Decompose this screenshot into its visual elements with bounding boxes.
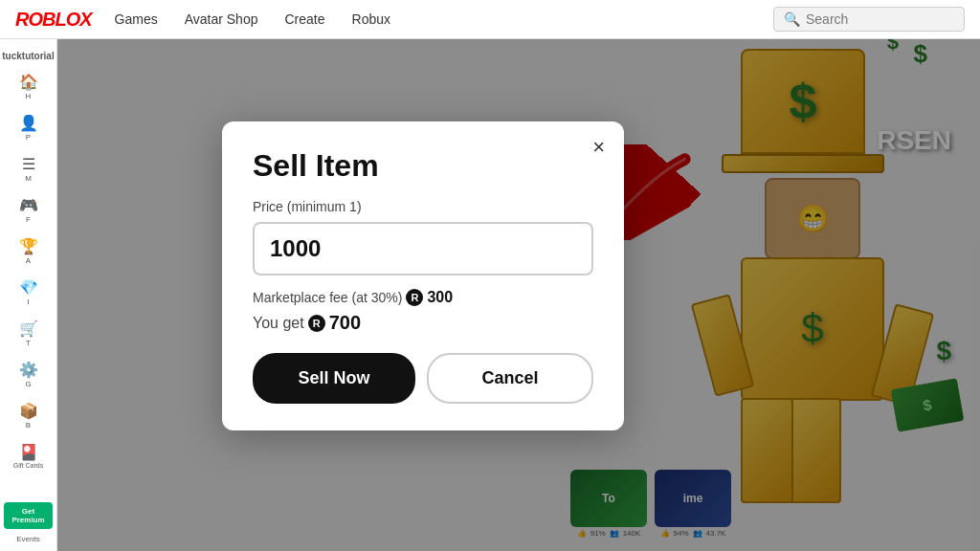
sidebar-item-friends[interactable]: 🎮 F xyxy=(0,192,56,230)
sidebar-item-trade[interactable]: 🛒 T xyxy=(0,316,56,353)
nav-avatar-shop[interactable]: Avatar Shop xyxy=(185,11,258,27)
sidebar-item-avatar[interactable]: 🏆 A xyxy=(0,233,56,271)
marketplace-fee: Marketplace fee (at 30%) R 300 xyxy=(253,289,593,306)
sidebar-item-home[interactable]: 🏠 H xyxy=(0,69,56,106)
nav-links: Games Avatar Shop Create Robux xyxy=(115,11,773,27)
search-input[interactable] xyxy=(806,11,954,27)
nav-create[interactable]: Create xyxy=(284,11,324,27)
sidebar-item-gift-cards[interactable]: 🎴 Gift Cards xyxy=(0,439,56,474)
groups-icon: ⚙️ xyxy=(19,363,38,378)
price-input[interactable] xyxy=(253,222,593,276)
sidebar-gift-label: Gift Cards xyxy=(13,462,44,469)
main-content: $ $ $ 😁 $ $ $ xyxy=(57,39,980,551)
messages-icon: ☰ xyxy=(22,157,35,172)
you-get-amount: 700 xyxy=(329,312,361,334)
sidebar-friends-label: F xyxy=(26,215,31,224)
sell-now-button[interactable]: Sell Now xyxy=(253,353,415,404)
modal-title: Sell Item xyxy=(253,148,593,184)
sidebar-username: tucktutorial xyxy=(0,47,56,65)
you-get-label: You get xyxy=(253,315,304,332)
sidebar-item-messages[interactable]: ☰ M xyxy=(0,151,56,188)
sidebar-msg-label: M xyxy=(25,174,32,183)
sidebar-home-label: H xyxy=(26,92,32,100)
sidebar: tucktutorial 🏠 H 👤 P ☰ M 🎮 F 🏆 A 💎 I 🛒 T xyxy=(0,39,57,551)
sidebar-item-inventory[interactable]: 💎 I xyxy=(0,275,56,312)
sidebar-item-groups[interactable]: ⚙️ G xyxy=(0,357,56,394)
sell-item-modal: × Sell Item Price (minimum 1) Marketplac… xyxy=(222,121,624,430)
modal-overlay: × Sell Item Price (minimum 1) Marketplac… xyxy=(57,39,980,551)
robux-icon-youget: R xyxy=(308,315,325,332)
search-icon: 🔍 xyxy=(784,11,800,27)
sidebar-trade-label: T xyxy=(26,339,31,347)
inventory-icon: 💎 xyxy=(19,280,38,296)
cancel-button[interactable]: Cancel xyxy=(427,353,593,404)
sidebar-groups-label: G xyxy=(25,380,31,388)
home-icon: 🏠 xyxy=(19,75,38,90)
fee-amount: 300 xyxy=(427,289,453,306)
nav-robux[interactable]: Robux xyxy=(352,11,390,27)
avatar-icon: 🏆 xyxy=(19,239,38,254)
sidebar-inv-label: I xyxy=(27,298,29,306)
gift-icon: 🎴 xyxy=(19,445,38,460)
sidebar-profile-label: P xyxy=(26,133,31,142)
price-label: Price (minimum 1) xyxy=(253,199,593,214)
navbar: ROBLOX Games Avatar Shop Create Robux 🔍 xyxy=(0,0,980,39)
premium-button[interactable]: Get Premium xyxy=(4,502,53,529)
sidebar-blog-label: B xyxy=(26,421,31,430)
events-label: Events xyxy=(4,535,53,543)
trade-icon: 🛒 xyxy=(19,321,38,337)
main-area: tucktutorial 🏠 H 👤 P ☰ M 🎮 F 🏆 A 💎 I 🛒 T xyxy=(0,39,980,551)
fee-label-text: Marketplace fee (at 30%) xyxy=(253,290,402,305)
sidebar-bottom: Get Premium Events xyxy=(0,493,56,551)
search-bar[interactable]: 🔍 xyxy=(773,7,965,32)
profile-icon: 👤 xyxy=(19,116,38,131)
sidebar-avatar-label: A xyxy=(26,256,31,265)
roblox-logo[interactable]: ROBLOX xyxy=(15,9,92,31)
blog-icon: 📦 xyxy=(19,404,38,419)
sidebar-item-profile[interactable]: 👤 P xyxy=(0,110,56,147)
nav-games[interactable]: Games xyxy=(115,11,158,27)
modal-close-button[interactable]: × xyxy=(592,137,605,158)
robux-icon-fee: R xyxy=(406,289,423,306)
you-get-row: You get R 700 xyxy=(253,312,593,334)
friends-icon: 🎮 xyxy=(19,198,38,213)
modal-buttons: Sell Now Cancel xyxy=(253,353,593,404)
sidebar-item-blog[interactable]: 📦 B xyxy=(0,398,56,435)
